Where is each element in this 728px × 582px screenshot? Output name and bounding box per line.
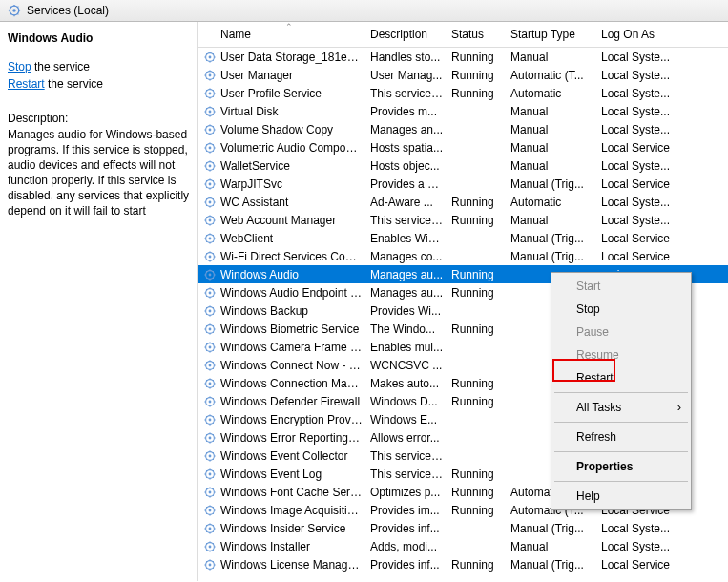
cell-logon: Local Service — [601, 232, 692, 245]
svg-point-35 — [209, 345, 212, 348]
cell-status: Running — [451, 468, 510, 481]
cell-logon: Local Service — [601, 558, 692, 572]
ctx-separator — [554, 392, 688, 393]
service-row[interactable]: Virtual DiskProvides m...ManualLocal Sys… — [198, 102, 728, 120]
cell-status: Running — [451, 87, 510, 100]
ctx-restart[interactable]: Restart — [553, 366, 689, 389]
cell-startup: Manual — [510, 51, 601, 64]
restart-service-line: Restart the service — [8, 75, 191, 93]
service-row[interactable]: Wi-Fi Direct Services Conne...Manages co… — [198, 247, 728, 265]
cell-name: Windows Connection Mana... — [220, 377, 370, 390]
cell-description: WCNCSVC ... — [370, 359, 451, 372]
ctx-separator — [554, 451, 688, 452]
service-row[interactable]: Web Account ManagerThis service ...Runni… — [198, 211, 728, 229]
cell-logon: Local Service — [601, 177, 692, 191]
column-headers[interactable]: ⌃ Name Description Status Startup Type L… — [198, 22, 728, 48]
svg-point-27 — [209, 273, 212, 276]
cell-logon: Local Syste... — [601, 196, 692, 209]
cell-logon: Local Syste... — [601, 123, 692, 136]
ctx-start: Start — [553, 275, 689, 298]
service-row[interactable]: Windows InstallerAdds, modi...ManualLoca… — [198, 537, 728, 555]
svg-point-49 — [209, 472, 212, 475]
cell-startup: Automatic (T... — [510, 69, 601, 82]
cell-description: This service ... — [370, 468, 451, 481]
service-icon — [203, 304, 220, 318]
svg-point-21 — [209, 218, 212, 221]
col-startup-type[interactable]: Startup Type — [510, 28, 601, 41]
service-row[interactable]: WebClientEnables Win...Manual (Trig...Lo… — [198, 229, 728, 247]
service-row[interactable]: User ManagerUser Manag...RunningAutomati… — [198, 66, 728, 84]
svg-point-51 — [209, 490, 212, 493]
cell-logon: Local Syste... — [601, 69, 692, 82]
cell-logon: Local Syste... — [601, 522, 692, 535]
cell-name: Windows Biometric Service — [220, 322, 370, 336]
cell-startup: Manual — [510, 540, 601, 553]
cell-description: Enables mul... — [370, 341, 451, 354]
cell-logon: Local Syste... — [601, 540, 692, 553]
service-icon — [203, 431, 220, 445]
svg-point-15 — [209, 164, 212, 167]
stop-service-line: Stop the service — [8, 58, 191, 75]
cell-status: Running — [451, 268, 510, 281]
svg-point-23 — [209, 237, 212, 239]
cell-startup: Manual (Trig... — [510, 250, 601, 263]
service-row[interactable]: Volumetric Audio Composit...Hosts spatia… — [198, 138, 728, 156]
ctx-refresh[interactable]: Refresh — [553, 426, 689, 448]
service-row[interactable]: WC AssistantAd-Aware ...RunningAutomatic… — [198, 193, 728, 211]
service-icon — [203, 413, 220, 426]
col-status[interactable]: Status — [451, 28, 510, 41]
cell-name: Web Account Manager — [220, 214, 370, 227]
cell-name: Windows Audio Endpoint B... — [220, 286, 370, 300]
cell-startup: Manual — [510, 105, 601, 118]
cell-description: This service ... — [370, 449, 451, 463]
ctx-help[interactable]: Help — [553, 485, 689, 508]
cell-startup: Manual — [510, 159, 601, 173]
service-icon — [203, 341, 220, 354]
cell-status: Running — [451, 214, 510, 227]
cell-status: Running — [451, 322, 510, 336]
ctx-properties[interactable]: Properties — [553, 455, 689, 478]
cell-logon: Local Syste... — [601, 214, 692, 227]
col-log-on-as[interactable]: Log On As — [601, 28, 692, 41]
svg-point-29 — [209, 291, 212, 294]
cell-startup: Manual — [510, 141, 601, 155]
service-row[interactable]: Windows Insider ServiceProvides inf...Ma… — [198, 519, 728, 537]
svg-point-37 — [209, 364, 212, 366]
svg-point-41 — [209, 400, 212, 403]
header-title: Services (Local) — [27, 4, 109, 17]
svg-point-53 — [209, 509, 212, 511]
service-row[interactable]: User Data Storage_181e8d93Handles sto...… — [198, 48, 728, 66]
service-row[interactable]: WarpJITSvcProvides a JI...Manual (Trig..… — [198, 175, 728, 193]
svg-point-45 — [209, 436, 212, 439]
cell-description: Makes auto... — [370, 377, 451, 390]
cell-name: Windows Encryption Provid... — [220, 413, 370, 426]
restart-service-link[interactable]: Restart — [8, 77, 45, 91]
cell-name: Wi-Fi Direct Services Conne... — [220, 250, 370, 263]
cell-name: Windows Connect Now - C... — [220, 359, 370, 372]
service-row[interactable]: Volume Shadow CopyManages an...ManualLoc… — [198, 120, 728, 138]
cell-description: Handles sto... — [370, 51, 451, 64]
cell-name: Windows Defender Firewall — [220, 395, 370, 408]
ctx-separator — [554, 422, 688, 423]
service-icon — [203, 504, 220, 517]
cell-name: Windows Event Collector — [220, 449, 370, 463]
description-text: Manages audio for Windows-based programs… — [8, 127, 191, 218]
cell-name: User Profile Service — [220, 87, 370, 100]
cell-status: Running — [451, 51, 510, 64]
service-row[interactable]: User Profile ServiceThis service ...Runn… — [198, 84, 728, 102]
service-row[interactable]: Windows License Manager ...Provides inf.… — [198, 555, 728, 573]
cell-name: Volumetric Audio Composit... — [220, 141, 370, 155]
cell-description: Hosts objec... — [370, 159, 451, 173]
ctx-stop[interactable]: Stop — [553, 298, 689, 321]
col-description[interactable]: Description — [370, 28, 451, 41]
cell-description: Provides m... — [370, 105, 451, 118]
stop-service-link[interactable]: Stop — [8, 60, 31, 73]
cell-logon: Local Service — [601, 141, 692, 155]
cell-name: Windows Audio — [220, 268, 370, 281]
svg-point-47 — [209, 454, 212, 457]
service-icon — [203, 286, 220, 300]
service-row[interactable]: WalletServiceHosts objec...ManualLocal S… — [198, 156, 728, 175]
ctx-all-tasks[interactable]: All Tasks — [553, 396, 689, 419]
cell-name: Windows Installer — [220, 540, 370, 553]
svg-point-39 — [209, 382, 212, 385]
